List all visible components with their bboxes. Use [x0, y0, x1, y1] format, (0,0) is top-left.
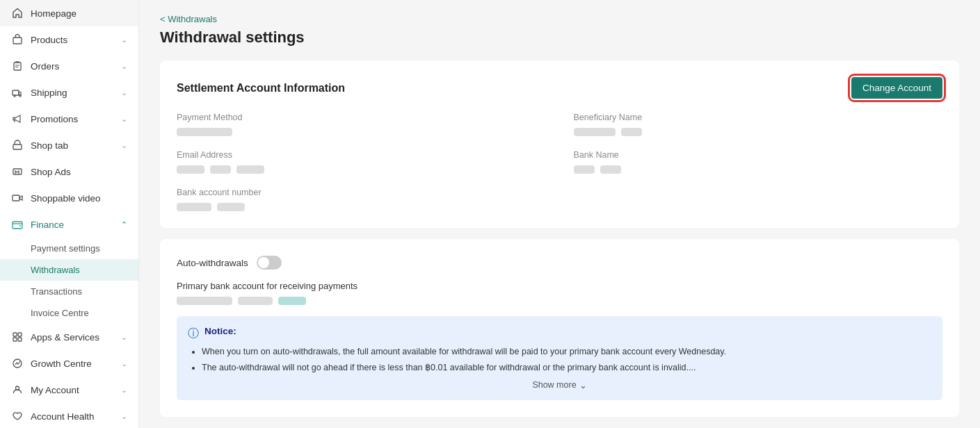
sidebar-item-shipping[interactable]: Shipping ⌄ [0, 79, 138, 106]
beneficiary-name-field: Beneficiary Name [574, 113, 943, 136]
info-icon: ⓘ [188, 327, 199, 341]
sidebar-item-apps-services[interactable]: Apps & Services ⌄ [0, 324, 138, 350]
health-icon [11, 410, 24, 422]
sidebar-item-shop-ads[interactable]: Shop Ads [0, 158, 138, 185]
payment-method-field: Payment Method [177, 113, 546, 136]
primary-bank-label: Primary bank account for receiving payme… [177, 281, 942, 291]
email-address-label: Email Address [177, 150, 546, 160]
sidebar-item-homepage[interactable]: Homepage [0, 0, 138, 26]
apps-icon [11, 331, 24, 343]
settlement-card: Settlement Account Information Change Ac… [160, 60, 959, 228]
svg-rect-5 [13, 145, 22, 149]
sidebar-item-products[interactable]: Products ⌄ [0, 26, 138, 53]
growth-icon [11, 357, 24, 370]
bank-name-value [574, 165, 595, 174]
chevron-icon: ⌄ [121, 62, 127, 71]
video-icon [11, 192, 24, 204]
sidebar-item-shop-tab[interactable]: Shop tab ⌄ [0, 132, 138, 158]
svg-point-3 [14, 95, 15, 97]
bank-name-label: Bank Name [574, 150, 943, 160]
notice-box: ⓘ Notice: When you turn on auto-withdraw… [177, 316, 942, 400]
svg-rect-12 [13, 338, 17, 341]
chevron-icon: ⌄ [121, 359, 127, 368]
ad-icon [11, 165, 24, 178]
chevron-icon: ⌄ [121, 141, 127, 150]
chevron-icon: ⌄ [121, 412, 127, 421]
sidebar-item-finance[interactable]: Finance ⌃ [0, 211, 138, 238]
chevron-down-icon: ⌄ [579, 380, 587, 390]
clipboard-icon [11, 60, 24, 72]
home-icon [11, 7, 24, 19]
box-icon [11, 33, 24, 46]
bank-value-2 [238, 297, 273, 305]
main-content: < Withdrawals Withdrawal settings Settle… [139, 0, 980, 428]
chevron-icon: ⌄ [121, 386, 127, 395]
breadcrumb[interactable]: < Withdrawals [160, 14, 959, 24]
sidebar-sub-transactions[interactable]: Transactions [0, 281, 138, 302]
notice-list: When you turn on auto-withdrawals, the f… [188, 345, 931, 374]
show-more-button[interactable]: Show more ⌄ [188, 380, 931, 390]
sidebar-sub-invoice-centre[interactable]: Invoice Centre [0, 302, 138, 324]
bank-name-field: Bank Name [574, 150, 943, 174]
svg-rect-13 [18, 338, 22, 341]
svg-rect-11 [18, 333, 22, 336]
email-address-field: Email Address [177, 150, 546, 174]
auto-withdrawals-card: Auto-withdrawals Primary bank account fo… [160, 239, 959, 417]
bank-account-number-field: Bank account number [177, 188, 546, 211]
chevron-icon: ⌄ [121, 115, 127, 124]
svg-rect-1 [14, 63, 21, 70]
change-account-button[interactable]: Change Account [851, 77, 942, 99]
sidebar-item-my-account[interactable]: My Account ⌄ [0, 377, 138, 403]
card-header: Settlement Account Information Change Ac… [177, 77, 942, 99]
bank-account-number-label: Bank account number [177, 188, 546, 197]
svg-point-4 [19, 95, 21, 97]
auto-withdrawals-toggle[interactable] [257, 256, 282, 270]
svg-point-15 [16, 386, 19, 390]
chevron-icon: ⌄ [121, 35, 127, 44]
auto-withdrawals-label: Auto-withdrawals [177, 258, 248, 268]
chevron-up-icon: ⌃ [121, 220, 127, 229]
sidebar: Homepage Products ⌄ Orders ⌄ Shipping ⌄ … [0, 0, 139, 428]
bank-account-number-value [177, 203, 211, 211]
page-title: Withdrawal settings [160, 28, 959, 47]
svg-rect-2 [13, 90, 19, 95]
notice-item-1: When you turn on auto-withdrawals, the f… [202, 345, 931, 359]
auto-withdrawals-header: Auto-withdrawals [177, 256, 942, 270]
payment-method-label: Payment Method [177, 113, 546, 122]
notice-header: ⓘ Notice: [188, 326, 931, 341]
bank-value-3 [278, 297, 306, 305]
chevron-icon: ⌄ [121, 333, 127, 342]
svg-point-9 [19, 225, 21, 227]
truck-icon [11, 86, 24, 99]
payment-method-value [177, 128, 232, 136]
svg-rect-7 [13, 195, 19, 201]
beneficiary-name-label: Beneficiary Name [574, 113, 943, 122]
notice-item-2: The auto-withdrawal will not go ahead if… [202, 361, 931, 374]
account-icon [11, 384, 24, 396]
megaphone-icon [11, 113, 24, 125]
sidebar-item-shoppable-video[interactable]: Shoppable video [0, 185, 138, 211]
settlement-title: Settlement Account Information [177, 82, 345, 94]
shop-icon [11, 139, 24, 151]
wallet-icon [11, 218, 24, 231]
chevron-icon: ⌄ [121, 88, 127, 97]
info-grid: Payment Method Beneficiary Name Email Ad… [177, 113, 942, 211]
sidebar-item-growth-centre[interactable]: Growth Centre ⌄ [0, 350, 138, 377]
svg-rect-0 [13, 38, 22, 44]
notice-title: Notice: [204, 326, 236, 336]
sidebar-item-promotions[interactable]: Promotions ⌄ [0, 106, 138, 132]
sidebar-item-account-health[interactable]: Account Health ⌄ [0, 403, 138, 428]
svg-rect-10 [13, 333, 17, 336]
bank-value-1 [177, 297, 232, 305]
sidebar-sub-withdrawals[interactable]: Withdrawals [0, 259, 138, 281]
beneficiary-name-value [574, 128, 616, 136]
sidebar-item-orders[interactable]: Orders ⌄ [0, 53, 138, 79]
email-address-value [177, 165, 204, 174]
sidebar-sub-payment-settings[interactable]: Payment settings [0, 238, 138, 259]
svg-rect-8 [13, 222, 22, 229]
